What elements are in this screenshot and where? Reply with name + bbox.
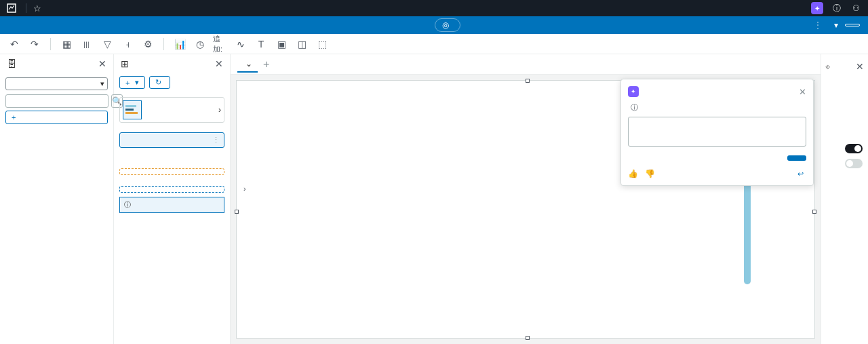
- add-visual-button[interactable]: + ▾: [119, 76, 145, 89]
- thumbs-down-icon[interactable]: 👎: [645, 169, 655, 178]
- insights-icon[interactable]: 📊: [172, 37, 187, 52]
- favorite-icon[interactable]: ☆: [33, 3, 41, 14]
- object-icon[interactable]: ⬚: [315, 37, 330, 52]
- user-icon[interactable]: ⚇: [850, 3, 861, 14]
- calc-field-button[interactable]: +: [5, 111, 108, 124]
- image-icon[interactable]: ▣: [274, 37, 289, 52]
- prompt-textarea[interactable]: [628, 117, 806, 147]
- redo-button[interactable]: ↷: [27, 37, 42, 52]
- visual-panel: ⊞ ✕ + ▾ ↻ › ⋮ ⓘ: [114, 54, 231, 344]
- chevron-right-icon: ›: [218, 105, 221, 115]
- svg-rect-2: [125, 109, 134, 111]
- product-logo[interactable]: [7, 3, 19, 13]
- more-icon[interactable]: ⋮: [212, 136, 220, 145]
- chart-plot: [271, 94, 542, 318]
- grid-icon[interactable]: ▦: [59, 37, 74, 52]
- undo-button[interactable]: ↶: [7, 37, 22, 52]
- menubar: ◎ ⋮ ▾: [0, 16, 868, 34]
- thumbs-up-icon[interactable]: 👍: [628, 169, 638, 178]
- revert-button[interactable]: ↩: [797, 169, 806, 178]
- publish-button[interactable]: [845, 24, 860, 26]
- data-panel: 🗄 ✕ ▾ 🔍 +: [0, 54, 114, 344]
- bar-chart-icon[interactable]: ⫼: [79, 37, 94, 52]
- chart-type-selector[interactable]: ›: [119, 97, 224, 123]
- visual-icon: ⊞: [121, 58, 129, 69]
- apply-button[interactable]: [787, 155, 806, 161]
- build-visual-button[interactable]: ◎: [435, 18, 460, 32]
- info-icon: ⓘ: [124, 200, 131, 210]
- svg-rect-3: [125, 112, 138, 114]
- add-label[interactable]: 追加:: [213, 37, 228, 52]
- horizontal-stacked-bar-icon: [123, 100, 142, 119]
- add-sheet-button[interactable]: +: [263, 58, 269, 71]
- sheet-tabs: ⌄ +: [231, 54, 821, 75]
- close-icon[interactable]: ✕: [98, 58, 106, 69]
- quicksight-icon: [7, 3, 16, 13]
- assistant-icon[interactable]: ✦: [811, 2, 823, 14]
- close-popup-icon[interactable]: ✕: [799, 87, 806, 97]
- build-button[interactable]: ↻: [149, 76, 170, 89]
- svg-rect-1: [125, 105, 136, 107]
- chevron-down-icon: ▾: [100, 79, 104, 88]
- toolbar: ↶ ↷ ▦ ⫼ ▽ ⫞ ⚙ 📊 ◷ 追加: ∿ T ▣ ◫ ⬚: [0, 34, 868, 54]
- size-selector[interactable]: ▾: [834, 20, 838, 30]
- close-icon[interactable]: ✕: [215, 58, 223, 69]
- info-icon: ⓘ: [631, 102, 638, 113]
- target-icon: ◎: [442, 20, 449, 30]
- params-icon[interactable]: ⫞: [120, 37, 135, 52]
- clock-icon[interactable]: ◷: [193, 37, 208, 52]
- value-placeholder[interactable]: [119, 168, 224, 175]
- filter-icon[interactable]: ▽: [100, 37, 115, 52]
- group-placeholder[interactable]: [119, 186, 224, 193]
- sheet-tab-1[interactable]: ⌄: [237, 56, 258, 73]
- toggle-2[interactable]: [845, 159, 863, 168]
- svg-rect-0: [7, 4, 16, 12]
- help-icon[interactable]: ⓘ: [831, 3, 842, 14]
- app-header: ☆ ✦ ⓘ ⚇: [0, 0, 868, 16]
- y-axis-well[interactable]: ⋮: [119, 132, 224, 148]
- lightbulb-icon[interactable]: ⚙: [140, 37, 155, 52]
- popup-question: ⓘ: [628, 102, 806, 113]
- axis-expand-icon[interactable]: ›: [243, 185, 246, 193]
- build-menu-icon[interactable]: ⋮: [814, 20, 822, 30]
- toggle-1[interactable]: [845, 144, 863, 153]
- properties-panel: ⟐ ✕: [821, 54, 868, 344]
- assistant-icon: ✦: [628, 86, 639, 97]
- dataset-selector[interactable]: ▾: [5, 77, 108, 90]
- edit-visual-popup: ✦ ✕ ⓘ 👍 👎 ↩: [620, 79, 814, 186]
- close-icon[interactable]: ✕: [856, 61, 864, 72]
- properties-icon: ⟐: [825, 62, 830, 71]
- shape-icon[interactable]: ◫: [294, 37, 309, 52]
- field-search-input[interactable]: [5, 94, 108, 108]
- info-message: ⓘ: [119, 197, 224, 213]
- text-icon[interactable]: T: [254, 37, 269, 52]
- chevron-down-icon[interactable]: ⌄: [245, 59, 252, 69]
- data-icon: 🗄: [7, 58, 16, 69]
- line-chart-icon[interactable]: ∿: [233, 37, 248, 52]
